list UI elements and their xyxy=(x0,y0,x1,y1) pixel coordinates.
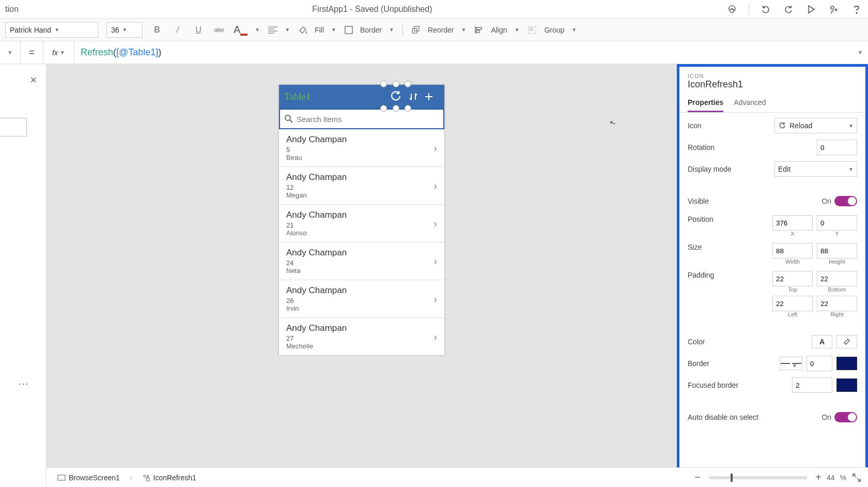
list-item[interactable]: Andy Champan 21 Alonso › xyxy=(279,204,444,242)
help-icon[interactable] xyxy=(850,3,863,16)
resize-handle[interactable] xyxy=(393,81,399,87)
item-subtitle-1: 21 xyxy=(286,221,433,229)
group-button[interactable]: Group ▼ xyxy=(528,25,577,35)
search-items-input[interactable] xyxy=(293,115,439,124)
resize-handle[interactable] xyxy=(380,81,387,87)
fx-button[interactable]: fx▼ xyxy=(43,41,74,64)
formula-bar: ▼ = fx▼ Refresh([@Table1]) ▼ xyxy=(0,41,868,64)
svg-point-16 xyxy=(144,475,146,477)
search-input[interactable] xyxy=(0,118,27,136)
item-subtitle-2: Alonso xyxy=(286,229,433,237)
padding-left-input[interactable] xyxy=(772,296,813,311)
svg-point-1 xyxy=(856,12,857,13)
chevron-down-icon: ▼ xyxy=(331,27,336,33)
position-y-input[interactable] xyxy=(817,215,857,231)
chevron-down-icon: ▼ xyxy=(54,27,59,33)
cursor-indicator: ↖ xyxy=(609,117,617,127)
formula-input[interactable]: Refresh([@Table1]) xyxy=(74,47,853,58)
chevron-right-icon: › xyxy=(433,331,437,343)
size-height-input[interactable] xyxy=(817,243,857,258)
font-color-indicator[interactable]: A xyxy=(812,335,832,348)
search-row xyxy=(279,109,444,129)
resize-handle[interactable] xyxy=(405,81,411,87)
padding-right-input[interactable] xyxy=(817,296,857,311)
svg-point-0 xyxy=(831,6,834,9)
item-title: Andy Champan xyxy=(286,248,433,258)
breadcrumb-screen[interactable]: BrowseScreen1 xyxy=(53,471,125,484)
separator xyxy=(402,24,403,36)
tab-properties[interactable]: Properties xyxy=(688,94,723,112)
svg-rect-17 xyxy=(146,478,149,481)
refresh-icon-selected[interactable] xyxy=(383,84,408,109)
position-x-input[interactable] xyxy=(772,215,813,231)
expand-formula-icon[interactable]: ▼ xyxy=(853,50,868,55)
padding-top-input[interactable] xyxy=(772,271,813,286)
icon-select[interactable]: Reload ▼ xyxy=(774,118,857,133)
share-icon[interactable] xyxy=(828,3,840,16)
chevron-right-icon: › xyxy=(433,293,437,305)
breadcrumb-control[interactable]: IconRefresh1 xyxy=(137,471,201,484)
color-picker-button[interactable] xyxy=(836,335,857,348)
undo-icon[interactable] xyxy=(760,3,772,16)
health-check-icon[interactable] xyxy=(726,3,738,16)
list-item[interactable]: Andy Champan 5 Beau › xyxy=(279,129,444,166)
item-title: Andy Champan xyxy=(286,134,433,145)
visible-toggle[interactable] xyxy=(834,196,857,206)
border-button[interactable]: Border ▼ xyxy=(345,26,394,34)
size-width-input[interactable] xyxy=(772,243,813,258)
align-button[interactable]: Align ▼ xyxy=(474,25,519,35)
resize-handle[interactable] xyxy=(405,105,411,112)
border-width-input[interactable] xyxy=(807,356,832,371)
border-color-swatch[interactable] xyxy=(836,357,857,370)
bold-button[interactable]: B xyxy=(151,25,163,35)
text-align-button[interactable]: ▼ xyxy=(268,26,290,34)
svg-rect-13 xyxy=(530,28,533,31)
list-item[interactable]: Andy Champan 24 Neta › xyxy=(279,242,444,280)
focused-border-swatch[interactable] xyxy=(836,378,857,392)
list-item[interactable]: Andy Champan 27 Mechelle › xyxy=(279,317,444,355)
zoom-slider[interactable] xyxy=(709,476,807,479)
strikethrough-button[interactable]: abc xyxy=(213,26,225,34)
play-icon[interactable] xyxy=(805,3,817,16)
resize-handle[interactable] xyxy=(393,105,399,112)
padding-bottom-input[interactable] xyxy=(817,271,857,286)
resize-handle[interactable] xyxy=(380,105,387,112)
italic-button[interactable]: / xyxy=(172,25,184,35)
prop-size-label: Size xyxy=(688,243,772,251)
chevron-right-icon: › xyxy=(433,255,437,267)
properties-panel: ICON IconRefresh1 Properties Advanced Ic… xyxy=(677,64,868,487)
close-panel-icon[interactable]: × xyxy=(30,73,37,87)
autodisable-toggle[interactable] xyxy=(834,412,857,422)
add-icon[interactable] xyxy=(424,92,439,102)
prop-visible-label: Visible xyxy=(688,197,822,205)
redo-icon[interactable] xyxy=(782,3,795,16)
sort-icon[interactable] xyxy=(408,92,424,102)
item-subtitle-2: Beau xyxy=(286,154,433,161)
underline-button[interactable]: U xyxy=(192,25,205,35)
font-size-dropdown[interactable]: 36 ▼ xyxy=(106,22,143,38)
item-subtitle-2: Irvin xyxy=(286,305,433,312)
overflow-icon[interactable]: ⋯ xyxy=(18,377,28,390)
left-tree-panel: × ⋯ xyxy=(0,64,47,487)
fit-to-window-icon[interactable] xyxy=(851,473,862,483)
list-item[interactable]: Andy Champan 26 Irvin › xyxy=(279,280,444,317)
font-family-dropdown[interactable]: Patrick Hand ▼ xyxy=(5,22,98,38)
list-item[interactable]: Andy Champan 12 Megan › xyxy=(279,166,444,204)
font-color-button[interactable]: A ▼ xyxy=(234,24,260,36)
prop-focusedborder-label: Focused border xyxy=(688,381,792,389)
rotation-input[interactable] xyxy=(817,140,857,155)
tab-advanced[interactable]: Advanced xyxy=(734,94,766,112)
fill-button[interactable]: Fill ▼ xyxy=(298,25,336,35)
item-subtitle-1: 26 xyxy=(286,297,433,305)
displaymode-select[interactable]: Edit ▼ xyxy=(774,161,857,177)
zoom-out-button[interactable]: − xyxy=(695,471,701,483)
zoom-in-button[interactable]: + xyxy=(815,471,822,483)
chevron-down-icon: ▼ xyxy=(515,27,520,33)
equals-sign: = xyxy=(21,41,43,64)
focused-border-input[interactable] xyxy=(792,377,832,393)
property-dropdown[interactable]: ▼ xyxy=(0,41,21,64)
design-canvas[interactable]: Table1 xyxy=(47,64,677,487)
border-style-select[interactable]: ▼ xyxy=(780,357,802,370)
item-subtitle-2: Mechelle xyxy=(286,342,433,350)
reorder-button[interactable]: Reorder ▼ xyxy=(411,25,467,35)
